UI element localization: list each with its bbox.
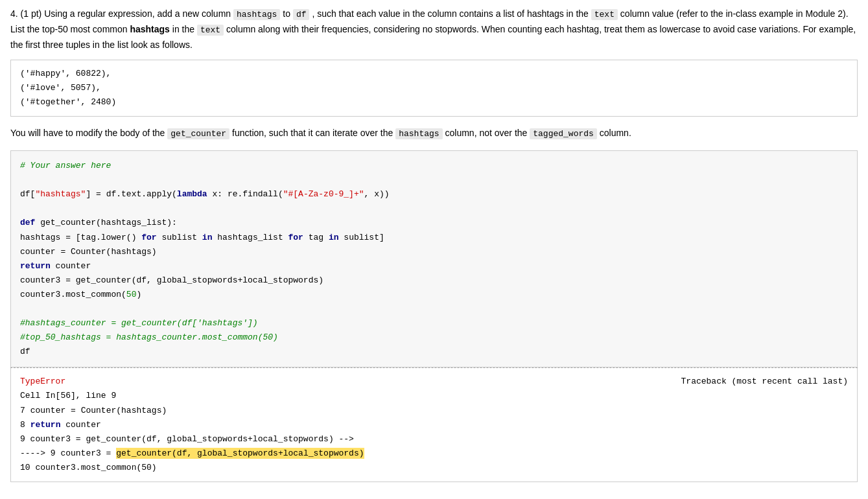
hashtags-list-ref: hashtags_list	[212, 233, 288, 242]
error-line8: 8 return counter	[20, 418, 848, 432]
code-line-comment2: #top_50_hashtags = hashtags_counter.most…	[20, 331, 848, 345]
code-line-blank3	[20, 302, 848, 316]
for-kw1: for	[141, 233, 156, 242]
code-line-blank2	[20, 202, 848, 216]
line7-num: 7	[20, 406, 25, 415]
error-cell: TypeError Traceback (most recent call la…	[10, 368, 858, 482]
instruction-prefix: You will have to modify the body of the	[10, 128, 165, 138]
line7-code: counter = Counter(hashtags)	[30, 406, 167, 415]
code-line-counter: counter = Counter(hashtags)	[20, 245, 848, 259]
cell-in56: Cell In[56], line 9	[20, 391, 116, 400]
question-desc-before: Using a regular expression, add a new co…	[44, 8, 231, 19]
code-line-def: def get_counter(hashtags_list):	[20, 216, 848, 230]
question-text: 4. (1 pt) Using a regular expression, ad…	[10, 6, 858, 52]
instruction-middle: function, such that it can iterate over …	[232, 128, 393, 138]
return-counter: counter	[51, 261, 91, 271]
df-mid: ] = df.text.apply(	[86, 189, 176, 199]
sublist1: sublist	[157, 233, 202, 242]
line10-code: counter3.most_common(50)	[35, 463, 156, 472]
error-line7: 7 counter = Counter(hashtags)	[20, 404, 848, 418]
bold-hashtags: hashtags	[130, 24, 169, 34]
error-header-line: TypeError Traceback (most recent call la…	[20, 375, 848, 389]
df-alone: df	[20, 347, 30, 356]
text2-code: text	[197, 25, 224, 36]
counter3-assign: counter3 = get_counter(df, global_stopwo…	[20, 275, 323, 285]
in-kw2: in	[329, 233, 339, 242]
code-line-most-common: counter3.most_common(50)	[20, 288, 848, 302]
hashtags-code: hashtags	[233, 9, 280, 20]
sublist-end: sublist]	[339, 233, 384, 242]
comment-answer: # Your answer here	[20, 161, 111, 170]
return-kw: return	[20, 261, 51, 271]
findall-end: , x))	[364, 189, 390, 199]
code-line-df-hashtags: df["hashtags"] = df.text.apply(lambda x:…	[20, 187, 848, 202]
line8-rest: counter	[60, 420, 100, 430]
error-cell-ref: Cell In[56], line 9	[20, 389, 848, 403]
def-kw: def	[20, 218, 35, 227]
lambda-rest: x: re.findall(	[207, 189, 283, 199]
question-desc-middle: , such that each value in the column con…	[312, 8, 588, 19]
question-to: to	[283, 8, 290, 19]
instruction-suffix: column.	[600, 128, 631, 138]
line10-num: 10	[20, 463, 30, 472]
return-kw2: return	[30, 420, 61, 430]
question-in-the: in the	[172, 24, 194, 34]
get-counter-code: get_counter	[167, 128, 229, 139]
hashtags-str: "hashtags"	[35, 189, 86, 199]
num-50: 50	[126, 290, 137, 299]
most-common-call: counter3.most_common(	[20, 290, 126, 299]
code-line-counter3: counter3 = get_counter(df, global_stopwo…	[20, 273, 848, 288]
indent-hashtags: hashtags = [tag.lower()	[20, 233, 141, 242]
comment2: #top_50_hashtags = hashtags_counter.most…	[20, 332, 278, 342]
output-box: ('#happy', 60822), ('#love', 5057), ('#t…	[10, 60, 858, 117]
code-line-comment-answer: # Your answer here	[20, 159, 848, 173]
error-type: TypeError	[20, 375, 65, 389]
highlighted-error-call: get_counter(df, global_stopwords+local_s…	[116, 448, 364, 459]
text-code: text	[591, 9, 618, 20]
most-common-end: )	[136, 290, 141, 299]
output-line-2: ('#love', 5057),	[20, 81, 848, 95]
df-ref: df[	[20, 189, 35, 199]
code-line-df: df	[20, 345, 848, 359]
instruction-text: You will have to modify the body of the …	[10, 126, 858, 141]
arrow-pre: ----> 9 counter3 =	[20, 448, 116, 458]
comment1: #hashtags_counter = get_counter(df['hash…	[20, 318, 258, 328]
question-number: 4.	[10, 8, 18, 19]
regex-str: "#[A-Za-z0-9_]+"	[283, 189, 364, 199]
lambda-kw: lambda	[177, 189, 207, 199]
output-line-3: ('#together', 2480)	[20, 95, 848, 110]
code-line-return: return counter	[20, 259, 848, 273]
code-cell: # Your answer here df["hashtags"] = df.t…	[10, 150, 858, 367]
for-kw2: for	[288, 233, 303, 242]
code-line-hashtags-list: hashtags = [tag.lower() for sublist in h…	[20, 231, 848, 245]
line8-num: 8	[20, 420, 25, 430]
func-name: get_counter(hashtags_list):	[35, 218, 176, 227]
traceback-label: Traceback (most recent call last)	[681, 375, 848, 389]
hashtags-col-code: hashtags	[395, 128, 442, 139]
output-line-1: ('#happy', 60822),	[20, 67, 848, 81]
counter-assign: counter = Counter(hashtags)	[20, 247, 157, 257]
question-points: (1 pt)	[21, 8, 42, 19]
tag-ref: tag	[303, 233, 329, 242]
code-line-comment1: #hashtags_counter = get_counter(df['hash…	[20, 316, 848, 331]
tagged-words-code: tagged_words	[530, 128, 597, 139]
code-line-blank1	[20, 173, 848, 187]
df-code: df	[293, 9, 310, 20]
error-line10: 10 counter3.most_common(50)	[20, 461, 848, 475]
instruction-middle2: column, not over the	[445, 128, 528, 138]
error-line9: ----> 9 counter3 = get_counter(df, globa…	[20, 447, 848, 461]
in-kw1: in	[202, 233, 213, 242]
